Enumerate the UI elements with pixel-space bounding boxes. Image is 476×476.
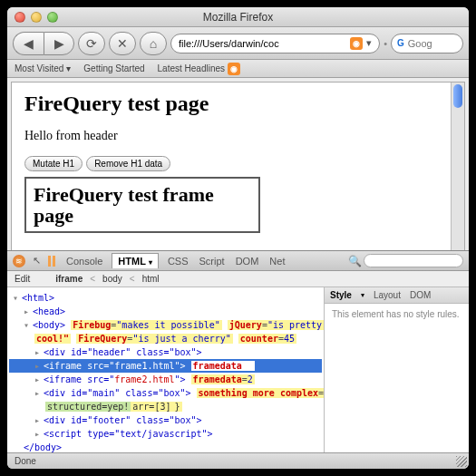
chevron-left-icon: < [130,274,135,284]
crumb-body[interactable]: body [102,274,122,284]
nav-toolbar: ◀ ▶ ⟳ ✕ ⌂ ◉ ▾ • G [7,27,469,60]
side-tab-layout[interactable]: Layout [374,290,401,300]
close-icon[interactable] [15,12,25,23]
side-tab-style[interactable]: Style [330,290,352,300]
firebug-search: 🔍 [348,254,463,267]
titlebar: Mozilla Firefox [7,7,469,27]
url-dropdown-icon[interactable]: ▾ [366,37,372,49]
breadcrumb: Edit iframe < body < html [7,271,469,287]
crumb-iframe[interactable]: iframe [55,274,83,284]
firebug-tabs: ≋ ↖ Console HTML CSS Script DOM Net 🔍 [7,251,469,271]
mutate-h1-button[interactable]: Mutate H1 [24,156,83,171]
pause-icon[interactable] [48,256,57,267]
window-title: Mozilla Firefox [7,11,469,24]
crumb-html[interactable]: html [142,274,160,284]
browser-window: Mozilla Firefox ◀ ▶ ⟳ ✕ ⌂ ◉ ▾ • G Most V… [7,7,469,469]
edit-button[interactable]: Edit [15,274,30,284]
bookmarks-bar: Most Visited▾ Getting Started Latest Hea… [7,60,469,78]
minimize-icon[interactable] [31,12,42,23]
iframe-h1: FireQuery test frame page [34,184,251,226]
tab-dom[interactable]: DOM [234,256,261,267]
remove-h1-data-button[interactable]: Remove H1 data [86,156,170,171]
url-bar[interactable]: ◉ ▾ [170,34,380,53]
page-h1: FireQuery test page [24,92,452,116]
stop-button[interactable]: ✕ [109,32,136,55]
bookmark-getting-started[interactable]: Getting Started [83,63,144,73]
inspect-icon[interactable]: ↖ [33,255,41,267]
back-button[interactable]: ◀ [13,32,44,55]
bookmark-most-visited[interactable]: Most Visited▾ [15,63,71,73]
status-text: Done [15,456,36,466]
chevron-down-icon: ▾ [66,63,71,73]
firebug-panel: ≋ ↖ Console HTML CSS Script DOM Net 🔍 Ed… [7,250,469,452]
reload-button[interactable]: ⟳ [78,32,105,55]
firebug-side-panel: Style▾ Layout DOM This element has no st… [324,287,469,452]
html-tree[interactable]: ▾<html> ▸<head> ▾<body> Firebug="makes i… [7,287,324,452]
firebug-search-input[interactable] [364,254,463,267]
style-rules-message: This element has no style rules. [325,304,469,452]
traffic-lights [15,12,58,23]
resize-handle[interactable] [456,456,467,467]
tab-console[interactable]: Console [64,256,104,267]
rss-icon[interactable]: ◉ [350,37,363,50]
chevron-left-icon: < [90,274,95,284]
tab-net[interactable]: Net [267,256,287,267]
firebug-icon[interactable]: ≋ [13,255,25,267]
bookmark-latest-headlines[interactable]: Latest Headlines ◉ [158,63,241,75]
search-icon: 🔍 [348,255,362,267]
search-bar[interactable]: G [391,34,463,53]
forward-button[interactable]: ▶ [44,32,74,55]
tab-css[interactable]: CSS [166,256,190,267]
search-input[interactable] [408,38,457,49]
nav-back-forward: ◀ ▶ [13,32,74,55]
google-icon: G [397,38,404,48]
tab-script[interactable]: Script [198,256,227,267]
selected-node: ▸<iframe src="frame1.html"> framedata=1 [9,359,322,373]
tab-html[interactable]: HTML [112,253,159,268]
page-hello: Hello from header [24,129,452,143]
iframe-preview: FireQuery test frame page [24,177,260,233]
zoom-icon[interactable] [47,12,58,23]
status-bar: Done [7,452,469,469]
side-tab-dom[interactable]: DOM [410,290,431,300]
url-input[interactable] [179,38,350,49]
rss-icon: ◉ [228,63,240,75]
home-button[interactable]: ⌂ [140,32,167,55]
